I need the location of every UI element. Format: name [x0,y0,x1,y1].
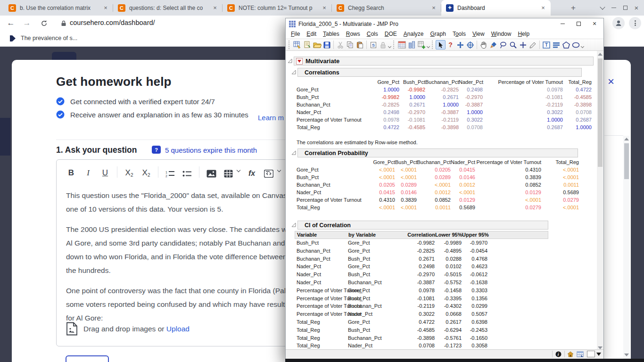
polygon-annotation-icon[interactable] [561,40,571,49]
jmp-vertical-scrollbar[interactable] [597,51,603,351]
subscript-button[interactable]: X2 [124,166,134,178]
jmp-menu-edit[interactable]: Edit [303,31,320,37]
tab-close-icon[interactable]: × [102,4,109,12]
insert-table-icon[interactable] [223,166,233,178]
upload-link[interactable]: Upload [166,325,190,333]
forward-icon[interactable]: → [21,17,33,29]
code-menu-chevron-icon[interactable] [277,168,281,172]
questions-expire-link[interactable]: 5 questions expire this month [165,146,257,154]
back-icon[interactable]: ← [5,17,17,29]
jmp-scrollbar-thumb[interactable] [598,58,603,167]
jmp-menu-view[interactable]: View [469,31,488,37]
jmp-menu-doe[interactable]: DOE [381,31,400,37]
new-tab-button[interactable]: + [567,1,580,15]
jmp-menu-file[interactable]: File [288,31,303,37]
tab-close-icon[interactable]: × [321,4,328,12]
jmp-menu-rows[interactable]: Rows [343,31,363,37]
tab-search-chevron-icon[interactable] [597,0,608,16]
scrollbar-thumb[interactable] [624,143,629,179]
jmp-menu-window[interactable]: Window [488,31,515,37]
toolbar-overflow-chevron-icon[interactable] [388,44,391,48]
tab-close-icon[interactable]: × [430,4,438,12]
disclosure-triangle-icon[interactable] [288,58,292,63]
lock-tool-icon[interactable] [378,40,388,49]
browser-tab[interactable]: CNOTE: column 12= Turnout p× [223,0,332,16]
outline-multivariate[interactable]: Multivariate [294,57,594,66]
tables-overflow-chevron-icon[interactable] [427,44,430,48]
tab-close-icon[interactable]: × [211,4,219,12]
columns-viewer-icon[interactable] [407,40,417,49]
plus-crosshair-icon[interactable] [518,40,528,49]
scroll-down-icon[interactable] [624,354,629,356]
layout-icon[interactable]: S [368,40,378,49]
bullet-list-icon[interactable] [182,166,192,178]
browser-tab[interactable]: CChegg Search× [332,0,441,16]
info-icon[interactable]: i [554,351,562,357]
outline-correlation-probability[interactable]: Correlation Probability [297,148,578,157]
text-annotation-icon[interactable]: T [541,40,551,49]
submit-question-button[interactable] [66,355,109,362]
oval-annotation-icon[interactable] [571,40,581,49]
code-block-icon[interactable] [264,166,274,178]
tools-overflow-chevron-icon[interactable] [581,44,584,48]
jmp-menu-graph[interactable]: Graph [427,31,449,37]
jmp-close-button[interactable]: × [586,18,603,29]
row-state-swatch[interactable] [587,351,595,357]
jmp-menu-tables[interactable]: Tables [320,31,343,37]
jmp-minimize-button[interactable] [554,18,570,29]
window-minimize-button[interactable] [608,0,619,16]
learn-more-link[interactable]: Learn m [258,114,284,122]
page-scrollbar[interactable] [623,136,630,359]
arrow-tool-icon[interactable] [436,40,446,49]
bold-button[interactable]: B [66,166,76,178]
data-table-status-icon[interactable] [576,351,584,357]
bookmark-item[interactable]: The prevalence of s... [21,35,77,41]
superscript-button[interactable]: X2 [141,166,151,178]
reload-icon[interactable] [38,17,50,29]
disclosure-triangle-icon[interactable] [291,150,296,155]
italic-button[interactable]: I [83,166,93,178]
home-icon[interactable] [567,351,574,357]
crosshair-tool-icon[interactable] [465,40,475,49]
add-rows-icon[interactable] [417,40,427,49]
jmp-menu-tools[interactable]: Tools [449,31,469,37]
formula-button[interactable]: fx [247,166,257,178]
ordered-list-icon[interactable]: 12 [165,166,175,178]
insert-image-icon[interactable] [206,166,216,178]
jmp-scroll-up-icon[interactable] [598,53,603,56]
url-bar[interactable]: coursehero.com/dashboard/ [70,19,155,26]
brush-tool-icon[interactable] [488,40,498,49]
jmp-menu-analyze[interactable]: Analyze [400,31,427,37]
selection-tool-icon[interactable] [455,40,465,49]
jmp-menu-help[interactable]: Help [514,31,533,37]
browser-tab[interactable]: Cb. Use the correlation matrix× [4,0,113,16]
open-file-icon[interactable] [312,40,322,49]
grabber-tool-icon[interactable] [479,40,488,49]
window-restore-button[interactable] [619,0,631,16]
jmp-menu-cols[interactable]: Cols [363,31,381,37]
scroll-up-icon[interactable] [624,138,629,140]
save-icon[interactable] [322,40,332,49]
browser-tab[interactable]: ✦Dashboard× [441,0,551,16]
paste-icon[interactable] [355,40,365,49]
jmp-maximize-button[interactable] [570,18,586,29]
new-data-table-icon[interactable] [292,40,302,49]
table-menu-chevron-icon[interactable] [237,168,240,172]
red-triangle-menu-icon[interactable] [296,58,303,65]
lasso-tool-icon[interactable] [498,40,508,49]
disclosure-triangle-icon[interactable] [291,70,296,74]
status-dropdown-icon[interactable] [595,351,603,357]
data-table-icon[interactable] [397,40,407,49]
help-tool-icon[interactable]: ? [446,40,455,49]
underline-button[interactable]: U [100,166,110,178]
annotate-pen-icon[interactable] [528,40,538,49]
browser-tab[interactable]: Cquestions: d: Select all the co× [113,0,223,16]
disclosure-triangle-icon[interactable] [291,222,296,227]
lines-annotation-icon[interactable] [551,40,561,49]
tab-close-icon[interactable]: × [539,4,547,12]
window-close-button[interactable]: × [631,0,642,16]
cut-icon[interactable] [335,40,345,49]
profile-avatar[interactable] [612,17,625,29]
outline-correlations[interactable]: Correlations [297,68,582,77]
browser-menu-icon[interactable] [629,17,641,29]
